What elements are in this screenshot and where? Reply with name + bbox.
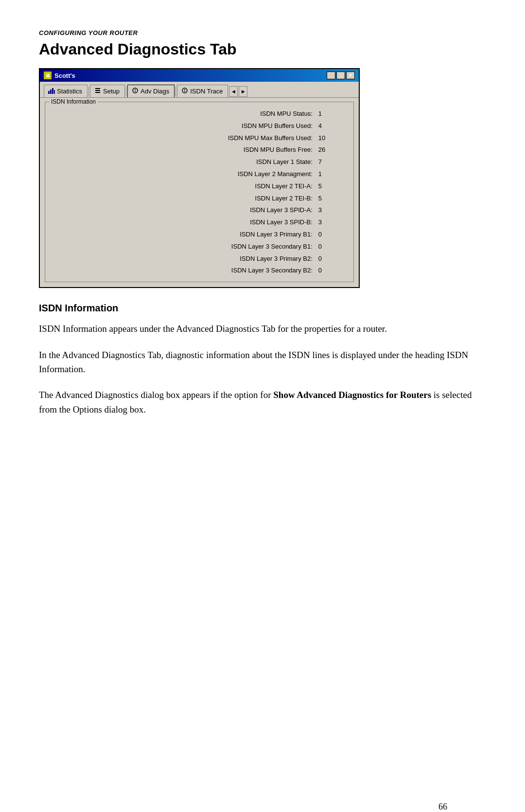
tab-setup[interactable]: Setup (90, 85, 125, 97)
field-value: 26 (316, 144, 349, 156)
field-value: 3 (316, 217, 349, 229)
field-label: ISDN Layer 2 TEI-A: (50, 180, 316, 193)
tab-statistics[interactable]: Statistics (44, 85, 88, 97)
field-label: ISDN MPU Buffers Used: (50, 120, 316, 132)
isdntrace-icon (181, 87, 188, 95)
tab-statistics-label: Statistics (57, 88, 82, 95)
setup-icon (94, 87, 101, 95)
svg-point-12 (184, 91, 185, 92)
field-label: ISDN Layer 2 TEI-B: (50, 193, 316, 205)
field-value: 1 (316, 108, 349, 120)
table-row: ISDN MPU Buffers Free: 26 (50, 144, 349, 156)
field-label: ISDN Layer 3 Primary B1: (50, 229, 316, 241)
field-value: 0 (316, 229, 349, 241)
isdn-info-table: ISDN MPU Status: 1 ISDN MPU Buffers Used… (50, 108, 349, 277)
tab-bar: Statistics Setup (40, 82, 359, 97)
table-row: ISDN Layer 2 Managment: 1 (50, 168, 349, 180)
field-label: ISDN Layer 2 Managment: (50, 168, 316, 180)
table-row: ISDN Layer 3 Primary B1: 0 (50, 229, 349, 241)
table-row: ISDN MPU Max Buffers Used: 10 (50, 132, 349, 144)
minimize-button[interactable]: _ (327, 72, 335, 79)
window-title: Scott's (54, 72, 75, 79)
field-value: 5 (316, 193, 349, 205)
paragraph-2: In the Advanced Diagnostics Tab, diagnos… (39, 348, 486, 377)
field-label: ISDN Layer 3 Primary B2: (50, 253, 316, 265)
window-icon: 🖥 (44, 72, 52, 79)
table-row: ISDN Layer 3 SPID-A: 3 (50, 204, 349, 217)
field-label: ISDN Layer 3 Secondary B2: (50, 265, 316, 277)
field-label: ISDN MPU Status: (50, 108, 316, 120)
tab-scroll-right[interactable]: ▶ (239, 86, 247, 97)
field-value: 7 (316, 156, 349, 168)
paragraph-1: ISDN Information appears under the Advan… (39, 322, 486, 336)
bold-text: Show Advanced Diagnostics for Routers (273, 390, 431, 400)
page-title: Advanced Diagnostics Tab (39, 40, 486, 58)
table-row: ISDN Layer 3 Primary B2: 0 (50, 253, 349, 265)
field-value: 1 (316, 168, 349, 180)
tab-advdiags-label: Adv Diags (140, 88, 169, 95)
field-value: 3 (316, 204, 349, 217)
tab-isdntrace[interactable]: ISDN Trace (177, 85, 228, 97)
paragraph-3: The Advanced Diagnostics dialog box appe… (39, 388, 486, 416)
svg-point-9 (135, 91, 136, 92)
title-bar: 🖥 Scott's _ □ ✕ (40, 69, 359, 82)
table-row: ISDN Layer 3 Secondary B2: 0 (50, 265, 349, 277)
dialog-body: ISDN Information ISDN MPU Status: 1 ISDN… (40, 97, 359, 287)
table-row: ISDN Layer 2 TEI-B: 5 (50, 193, 349, 205)
svg-rect-0 (48, 91, 50, 94)
table-row: ISDN Layer 3 SPID-B: 3 (50, 217, 349, 229)
table-row: ISDN Layer 1 State: 7 (50, 156, 349, 168)
tab-advdiags[interactable]: Adv Diags (127, 85, 175, 97)
close-button[interactable]: ✕ (346, 72, 355, 79)
field-value: 5 (316, 180, 349, 193)
section-heading: ISDN Information (39, 303, 486, 314)
svg-rect-3 (54, 90, 55, 94)
field-label: ISDN MPU Max Buffers Used: (50, 132, 316, 144)
table-row: ISDN Layer 2 TEI-A: 5 (50, 180, 349, 193)
field-label: ISDN Layer 3 SPID-B: (50, 217, 316, 229)
table-row: ISDN MPU Buffers Used: 4 (50, 120, 349, 132)
table-row: ISDN Layer 3 Secondary B1: 0 (50, 241, 349, 253)
field-label: ISDN Layer 1 State: (50, 156, 316, 168)
maximize-button[interactable]: □ (336, 72, 345, 79)
field-label: ISDN MPU Buffers Free: (50, 144, 316, 156)
table-row: ISDN MPU Status: 1 (50, 108, 349, 120)
title-controls[interactable]: _ □ ✕ (327, 72, 355, 79)
stats-icon (48, 87, 55, 95)
svg-rect-2 (52, 88, 53, 94)
chapter-label: Configuring Your Router (39, 29, 486, 36)
field-value: 0 (316, 265, 349, 277)
svg-rect-1 (50, 90, 52, 94)
field-label: ISDN Layer 3 Secondary B1: (50, 241, 316, 253)
advdiags-icon (132, 87, 139, 95)
page-number: 66 (438, 802, 447, 812)
field-value: 10 (316, 132, 349, 144)
field-value: 0 (316, 253, 349, 265)
isdn-info-group: ISDN Information ISDN MPU Status: 1 ISDN… (45, 102, 354, 282)
field-label: ISDN Layer 3 SPID-A: (50, 204, 316, 217)
field-value: 0 (316, 241, 349, 253)
field-value: 4 (316, 120, 349, 132)
group-title: ISDN Information (49, 98, 98, 105)
tab-isdntrace-label: ISDN Trace (190, 88, 223, 95)
dialog-window: 🖥 Scott's _ □ ✕ (39, 68, 360, 288)
tab-scroll-left[interactable]: ◀ (229, 86, 238, 97)
tab-setup-label: Setup (103, 88, 120, 95)
